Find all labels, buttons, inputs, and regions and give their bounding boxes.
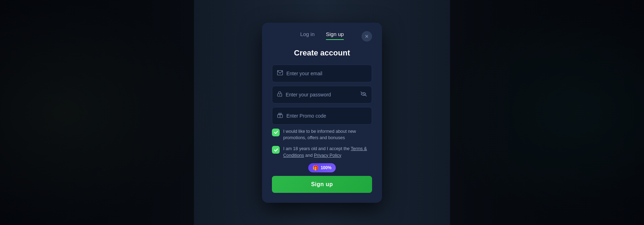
terms-label: I am 18 years old and I accept the Terms… <box>283 146 372 159</box>
promotions-checkbox-row: I would like to be informed about new pr… <box>272 128 372 142</box>
password-input[interactable] <box>286 92 357 97</box>
tab-login[interactable]: Log in <box>300 31 315 40</box>
auth-tabs: Log in Sign up ✕ <box>272 31 372 40</box>
svg-point-2 <box>279 94 280 95</box>
tab-signup[interactable]: Sign up <box>326 31 344 40</box>
promotions-label: I would like to be informed about new pr… <box>283 128 372 142</box>
email-field-container <box>272 65 372 82</box>
email-input[interactable] <box>286 71 367 76</box>
promo-badge-label: 100% <box>321 165 332 170</box>
eye-off-icon[interactable] <box>360 91 367 98</box>
page-title: Create account <box>272 48 372 58</box>
modal-overlay: Log in Sign up ✕ Create account <box>0 0 644 225</box>
close-button[interactable]: ✕ <box>362 31 372 42</box>
privacy-link[interactable]: Privacy Policy <box>314 153 341 158</box>
promo-badge: 🎁 100% <box>308 163 336 172</box>
password-field-container <box>272 86 372 103</box>
gift-icon <box>277 112 283 119</box>
auth-modal: Log in Sign up ✕ Create account <box>262 23 382 203</box>
promo-field-container <box>272 107 372 125</box>
terms-checkbox-row: I am 18 years old and I accept the Terms… <box>272 146 372 159</box>
promotions-checkbox[interactable] <box>272 129 280 136</box>
email-icon <box>277 70 283 77</box>
signup-button[interactable]: Sign up <box>272 176 372 193</box>
close-icon: ✕ <box>365 34 369 39</box>
promo-badge-row: 🎁 100% <box>272 163 372 172</box>
promo-input[interactable] <box>286 113 367 119</box>
terms-checkbox[interactable] <box>272 146 280 154</box>
promo-badge-icon: 🎁 <box>312 165 318 171</box>
lock-icon <box>277 91 282 98</box>
